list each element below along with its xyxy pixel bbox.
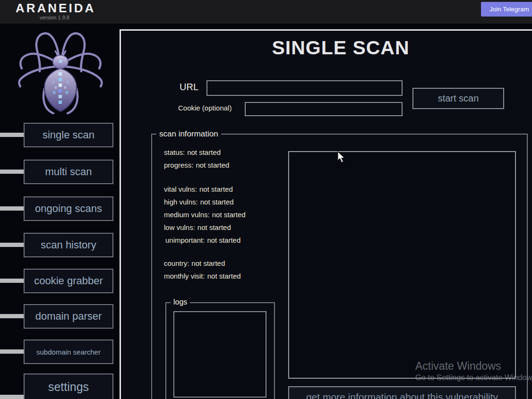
sidebar-item-settings[interactable]: settings: [24, 374, 113, 399]
country-value: not started: [191, 259, 225, 267]
sidebar-item-subdomain-searcher[interactable]: subdomain searcher: [24, 340, 113, 364]
low-vulns-value: not started: [197, 223, 231, 231]
sidebar-item-domain-parser[interactable]: domain parser: [24, 304, 113, 329]
sidebar-item-multi-scan[interactable]: multi scan: [24, 160, 113, 184]
spider-logo: [13, 26, 108, 119]
site-info-group: country:not started monthly visit:not st…: [164, 257, 241, 282]
scan-information-legend: scan information: [156, 129, 221, 139]
vital-vulns-value: not started: [199, 185, 233, 193]
start-scan-button[interactable]: start scan: [412, 88, 504, 109]
high-vulns-value: not started: [200, 198, 234, 206]
logs-textarea[interactable]: [173, 311, 266, 398]
medium-vulns-row: medium vulns:not started: [164, 208, 246, 221]
app-header: ARANEIDA version 1.9.8 Join Telegram: [0, 0, 532, 24]
sidebar-connector: [0, 170, 24, 174]
single-scan-panel: SINGLE SCAN URL Cookie (optional) start …: [120, 29, 532, 399]
high-vulns-row: high vulns:not started: [164, 195, 246, 208]
scan-status-group: status:not started progress:not started: [164, 146, 229, 171]
join-telegram-button[interactable]: Join Telegram: [481, 2, 532, 17]
logs-groupbox: logs: [165, 302, 275, 399]
page-title: SINGLE SCAN: [121, 37, 532, 59]
unimportant-row: unimportant:not started: [164, 234, 246, 246]
sidebar-item-scan-history[interactable]: scan history: [24, 233, 113, 257]
status-row: status:not started: [164, 146, 229, 159]
low-vulns-row: low vulns:not started: [164, 221, 246, 234]
sidebar-item-ongoing-scans[interactable]: ongoing scans: [24, 196, 113, 221]
url-input[interactable]: [206, 80, 403, 96]
progress-value: not started: [196, 161, 230, 169]
medium-vulns-value: not started: [212, 211, 246, 219]
app-brand: ARANEIDA version 1.9.8: [16, 1, 94, 20]
sidebar-item-single-scan[interactable]: single scan: [24, 123, 113, 147]
sidebar-item-cookie-grabber[interactable]: cookie grabber: [24, 269, 113, 293]
progress-row: progress:not started: [164, 159, 229, 171]
unimportant-value: not started: [207, 236, 240, 244]
sidebar-connector: [0, 206, 24, 211]
cookie-label: Cookie (optional): [178, 104, 232, 112]
monthly-visit-row: monthly visit:not started: [164, 270, 241, 282]
sidebar-connector: [0, 395, 24, 399]
sidebar-connector: [0, 243, 24, 247]
cookie-input[interactable]: [245, 102, 403, 116]
sidebar-connector: [0, 279, 24, 283]
sidebar-connector: [0, 349, 24, 354]
country-row: country:not started: [164, 257, 241, 270]
vulns-group: vital vulns:not started high vulns:not s…: [164, 183, 246, 246]
app-version: version 1.9.8: [16, 15, 94, 20]
more-info-button[interactable]: get more information about this vulnerab…: [288, 386, 516, 399]
monthly-visit-value: not started: [207, 272, 241, 280]
sidebar-connector: [0, 314, 24, 318]
vital-vulns-row: vital vulns:not started: [164, 183, 246, 195]
logs-legend: logs: [171, 298, 190, 306]
app-title: ARANEIDA: [16, 1, 94, 15]
url-label: URL: [180, 82, 198, 93]
vulnerability-listbox[interactable]: [288, 151, 516, 379]
sidebar-connector: [0, 133, 24, 137]
status-value: not started: [187, 148, 221, 156]
scan-information-groupbox: scan information status:not started prog…: [151, 134, 528, 399]
